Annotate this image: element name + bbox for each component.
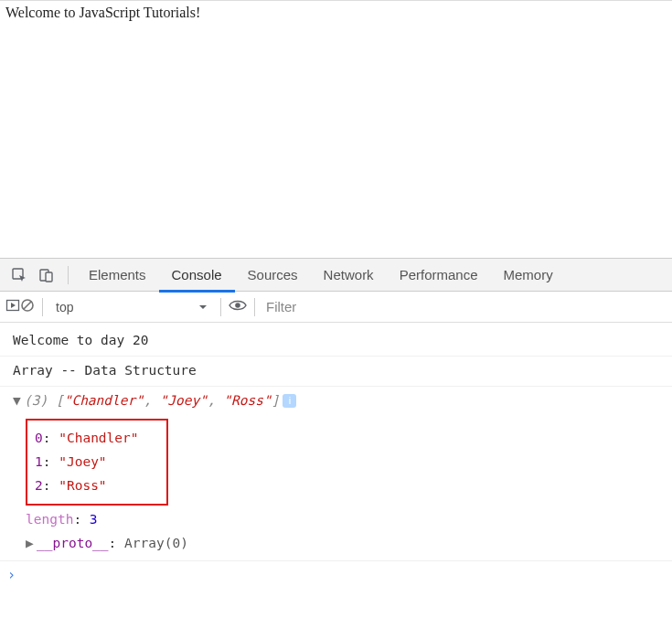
devtools-panel: Elements Console Sources Network Perform… (0, 258, 672, 589)
webpage-viewport: Welcome to JavaScript Tutorials! (0, 0, 672, 258)
console-message: Array -- Data Structure (0, 357, 672, 387)
run-icon[interactable] (5, 298, 20, 315)
array-entry: 1: "Joey" (35, 450, 139, 474)
clear-console-icon[interactable] (20, 298, 35, 315)
divider (42, 298, 43, 316)
console-output: Welcome to day 20 Array -- Data Structur… (0, 323, 672, 589)
tab-memory[interactable]: Memory (491, 259, 566, 292)
chevron-down-icon (198, 300, 208, 314)
svg-rect-2 (46, 272, 52, 282)
highlight-box: 0: "Chandler" 1: "Joey" 2: "Ross" (26, 419, 168, 505)
page-heading: Welcome to JavaScript Tutorials! (5, 5, 200, 20)
console-prompt[interactable]: › (0, 561, 672, 589)
array-item: "Chandler" (64, 393, 144, 408)
context-label: top (56, 300, 193, 314)
divider (220, 298, 221, 316)
filter-input[interactable] (262, 297, 667, 316)
info-icon[interactable]: i (283, 394, 296, 408)
tab-sources[interactable]: Sources (235, 259, 311, 292)
tab-performance[interactable]: Performance (387, 259, 491, 292)
svg-point-6 (235, 303, 240, 308)
svg-line-5 (24, 302, 31, 309)
tab-console[interactable]: Console (159, 259, 235, 293)
context-selector[interactable]: top (50, 300, 213, 314)
array-entry: 0: "Chandler" (35, 426, 139, 450)
array-expanded: 0: "Chandler" 1: "Joey" 2: "Ross" length… (0, 415, 672, 560)
eye-icon[interactable] (229, 299, 247, 314)
console-filterbar: top (0, 292, 672, 323)
disclosure-triangle-down-icon[interactable]: ▼ (13, 391, 22, 411)
array-entry: 2: "Ross" (35, 474, 139, 497)
tab-network[interactable]: Network (311, 259, 387, 292)
tab-elements[interactable]: Elements (76, 259, 159, 292)
device-toggle-icon[interactable] (33, 263, 60, 287)
array-item: "Ross" (223, 393, 271, 408)
array-length-row: length: 3 (26, 507, 672, 531)
divider (68, 266, 69, 284)
array-proto-row[interactable]: ▶__proto__: Array(0) (26, 531, 672, 555)
devtools-tabbar: Elements Console Sources Network Perform… (0, 259, 672, 292)
inspect-icon[interactable] (5, 263, 33, 287)
disclosure-triangle-right-icon[interactable]: ▶ (26, 531, 35, 555)
array-summary-row[interactable]: ▼(3) ["Chandler", "Joey", "Ross"]i (0, 387, 672, 416)
array-item: "Joey" (159, 393, 207, 408)
divider (254, 298, 255, 316)
console-message: Welcome to day 20 (0, 326, 672, 357)
